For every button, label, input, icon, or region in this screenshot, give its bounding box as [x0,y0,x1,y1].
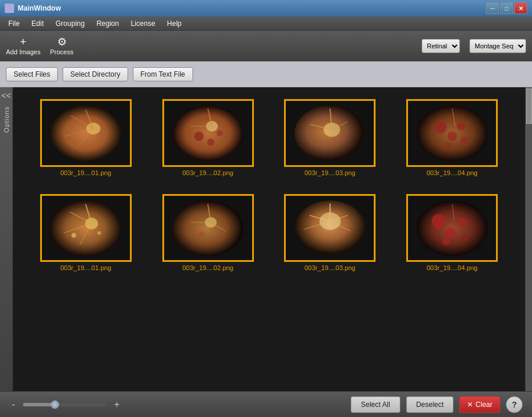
svg-point-19 [435,122,446,133]
clear-label: Clear [475,400,492,409]
svg-point-23 [461,137,468,144]
list-item[interactable]: 003r_19....01.png [31,99,141,176]
window-title: MainWindow [18,4,61,12]
image-thumbnail[interactable] [284,194,376,262]
svg-point-48 [445,228,456,238]
svg-point-8 [194,132,204,141]
file-buttons-bar: Select Files Select Directory From Text … [0,61,532,87]
clear-icon: ✕ [467,400,473,409]
list-item[interactable]: 003r_19....04.png [397,99,507,176]
bottom-bar: - + Select All Deselect ✕ Clear ? [0,391,532,417]
maximize-button[interactable]: □ [500,2,513,14]
process-icon: ⚙ [57,37,67,47]
svg-point-10 [217,130,223,136]
image-thumbnail[interactable] [40,99,132,167]
from-text-file-button[interactable]: From Text File [133,67,193,81]
list-item[interactable]: 003r_19....02.png [153,194,263,271]
image-label: 003r_19....04.png [427,264,478,271]
app-icon [5,4,14,13]
select-files-button[interactable]: Select Files [6,67,58,81]
image-thumbnail[interactable] [406,99,498,167]
montage-seq-dropdown[interactable]: Montage Seq [469,39,526,53]
menu-file[interactable]: File [2,18,25,29]
svg-point-22 [445,142,451,148]
retinal-image-6 [169,199,246,258]
menu-help[interactable]: Help [161,18,188,29]
list-item[interactable]: 003r_19....01.png [31,194,141,271]
deselect-button[interactable]: Deselect [406,396,454,413]
svg-point-47 [432,214,446,228]
side-panel: << Options [0,87,13,391]
minimize-button[interactable]: ─ [486,2,499,14]
add-images-label: Add Images [6,48,41,55]
image-label: 003r_19....03.png [305,169,355,176]
retinal-image-4 [414,104,491,163]
select-directory-button[interactable]: Select Directory [63,67,128,81]
title-bar: MainWindow ─ □ ✕ [0,0,532,17]
list-item[interactable]: 003r_19....03.png [275,99,386,176]
retinal-image-2 [169,104,246,163]
retinal-image-5 [47,199,124,258]
options-label: Options [3,106,10,133]
zoom-slider-thumb[interactable] [51,400,59,409]
retinal-image-7 [292,199,368,258]
select-all-button[interactable]: Select All [351,396,400,413]
list-item[interactable]: 003r_19....03.png [275,194,386,271]
scrollbar-thumb[interactable] [526,88,532,124]
image-thumbnail[interactable] [40,194,132,262]
retinal-image-8 [414,199,491,258]
help-button[interactable]: ? [506,396,523,413]
svg-point-20 [448,132,457,141]
svg-point-25 [50,201,121,256]
image-thumbnail[interactable] [162,194,254,262]
collapse-button[interactable]: << [0,90,12,101]
retinal-image-3 [292,104,368,163]
svg-point-49 [458,218,467,227]
retinal-dropdown[interactable]: Retinal [422,39,460,53]
menu-edit[interactable]: Edit [25,18,50,29]
retinal-image-1 [47,104,124,163]
image-label: 003r_19....03.png [305,264,355,271]
close-button[interactable]: ✕ [514,2,527,14]
svg-point-51 [461,234,468,241]
svg-point-6 [172,106,243,161]
menu-bar: File Edit Grouping Region License Help [0,17,532,31]
svg-point-38 [199,231,205,237]
process-label: Process [50,48,74,55]
svg-point-33 [172,201,243,256]
add-images-button[interactable]: + Add Images [6,37,41,55]
image-label: 003r_19....02.png [182,264,233,271]
image-thumbnail[interactable] [284,99,376,167]
menu-region[interactable]: Region [90,18,125,29]
main-area: << Options [0,87,532,391]
image-thumbnail[interactable] [406,194,498,262]
zoom-in-button[interactable]: + [112,399,122,410]
toolbar: + Add Images ⚙ Process Retinal Montage S… [0,31,532,61]
menu-grouping[interactable]: Grouping [50,18,90,29]
image-label: 003r_19....01.png [60,169,111,176]
list-item[interactable]: 003r_19....02.png [153,99,263,176]
menu-license[interactable]: License [125,18,161,29]
svg-point-31 [71,233,76,238]
image-label: 003r_19....04.png [427,169,478,176]
zoom-out-button[interactable]: - [9,399,17,410]
svg-point-9 [207,139,214,146]
image-thumbnail[interactable] [162,99,254,167]
svg-point-21 [457,122,465,130]
process-button[interactable]: ⚙ Process [50,37,74,55]
image-grid: 003r_19....01.png [13,87,525,391]
window-controls: ─ □ ✕ [486,2,527,14]
clear-button[interactable]: ✕ Clear [459,396,500,413]
svg-point-32 [97,231,101,235]
zoom-slider[interactable] [23,403,106,406]
list-item[interactable]: 003r_19....04.png [397,194,507,271]
image-label: 003r_19....02.png [182,169,233,176]
scrollbar-track[interactable] [525,87,532,391]
svg-point-0 [50,106,121,161]
image-label: 003r_19....01.png [60,264,111,271]
svg-point-50 [442,237,451,245]
add-icon: + [20,37,27,47]
